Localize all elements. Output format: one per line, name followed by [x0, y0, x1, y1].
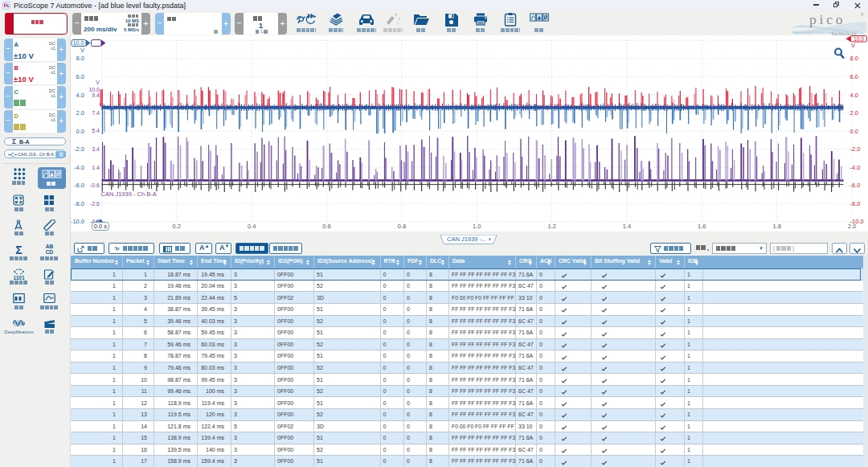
svg-text:8.0: 8.0 [76, 55, 84, 62]
svg-text:0.0: 0.0 [76, 128, 84, 135]
svg-text:1.4: 1.4 [623, 223, 631, 230]
svg-text:-4.0: -4.0 [850, 164, 861, 171]
svg-text:V: V [80, 47, 84, 54]
svg-text:1.0: 1.0 [473, 223, 481, 230]
svg-text:0.0: 0.0 [850, 128, 858, 135]
svg-text:0.0 s: 0.0 s [94, 223, 108, 230]
svg-text:0.6: 0.6 [322, 223, 330, 230]
svg-text:-6.0: -6.0 [74, 182, 84, 189]
svg-text:-2.0: -2.0 [74, 145, 84, 153]
svg-text:-8.0: -8.0 [850, 200, 861, 207]
svg-text:2.0: 2.0 [848, 223, 856, 230]
svg-text:3.4: 3.4 [92, 146, 100, 152]
svg-text:0.2: 0.2 [173, 223, 181, 230]
svg-text:1.8: 1.8 [772, 223, 780, 230]
svg-text:10.0: 10.0 [854, 36, 864, 42]
svg-text:2.0: 2.0 [850, 109, 858, 117]
svg-text:2.0: 2.0 [76, 109, 84, 117]
svg-text:V: V [96, 80, 100, 85]
svg-text:0.8: 0.8 [398, 223, 406, 230]
svg-text:CAN J1939 - Ch B-A: CAN J1939 - Ch B-A [101, 190, 157, 198]
svg-text:-2.0: -2.0 [850, 145, 861, 153]
svg-text:6.0: 6.0 [76, 73, 84, 80]
svg-text:0.4: 0.4 [248, 223, 256, 230]
svg-text:5.4: 5.4 [92, 128, 100, 133]
svg-text:8.0: 8.0 [850, 55, 858, 62]
svg-text:-0.6: -0.6 [90, 182, 100, 188]
svg-text:4.0: 4.0 [76, 92, 84, 99]
svg-text:1.2: 1.2 [547, 223, 555, 230]
svg-text:-10.0: -10.0 [71, 218, 84, 225]
svg-text:4.0: 4.0 [850, 92, 858, 99]
svg-text:10.0: 10.0 [73, 40, 84, 46]
svg-text:9.4: 9.4 [92, 92, 100, 98]
svg-text:Σ: Σ [15, 244, 22, 255]
svg-text:1101: 1101 [13, 274, 24, 280]
svg-text:-8.0: -8.0 [74, 200, 84, 207]
svg-text:7.4: 7.4 [92, 110, 100, 116]
svg-text:1.6: 1.6 [698, 223, 706, 230]
svg-text:CD: CD [46, 249, 54, 255]
svg-text:V: V [851, 42, 855, 49]
svg-text:-2.6: -2.6 [90, 201, 100, 207]
svg-text:-6.0: -6.0 [850, 182, 861, 189]
svg-text:-4.0: -4.0 [74, 164, 84, 171]
svg-text:6.0: 6.0 [850, 73, 858, 80]
svg-text:1.4: 1.4 [92, 165, 100, 170]
